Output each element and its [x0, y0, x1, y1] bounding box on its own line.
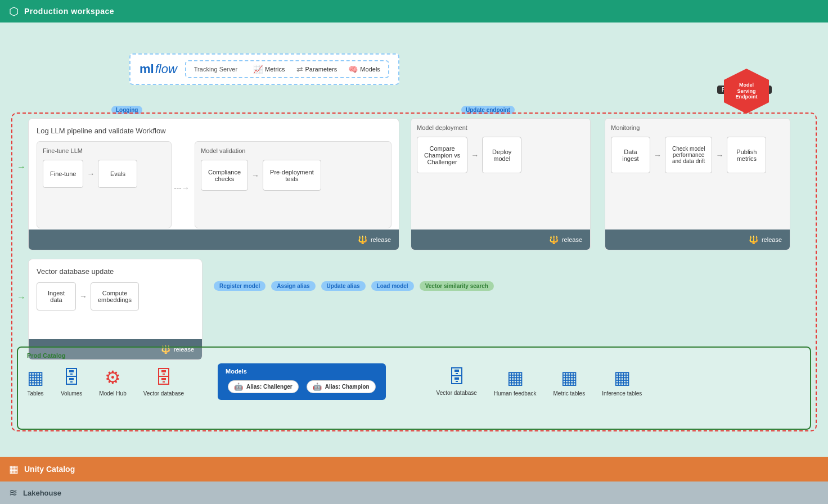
logo-icon: ⬡: [9, 4, 19, 18]
tracking-server-box: Tracking Server 📈 Metrics ⇄ Parameters 🧠…: [185, 60, 389, 78]
alias-challenger-box: 🤖 Alias: Challenger: [228, 380, 299, 393]
load-model-badge: Load model: [371, 281, 414, 291]
catalog-items-row: ▦ Tables 🗄 Volumes ⚙ Model Hub 🗄 Vector …: [27, 363, 801, 400]
catalog-vector-db-right: 🗄 Vector database: [436, 367, 477, 397]
release-bar-1: 🔱 release: [29, 230, 399, 250]
compliance-box: Compliancechecks: [201, 160, 248, 191]
vector-db-box: Vector database update Ingestdata → Comp…: [28, 259, 202, 360]
fine-tune-box: Fine-tune: [43, 160, 83, 188]
prod-catalog: Prod Catalog ▦ Tables 🗄 Volumes ⚙ Model …: [17, 346, 811, 430]
release-bar-3: 🔱 release: [605, 230, 790, 250]
vector-db-row: Ingestdata → Computeembeddings: [37, 282, 194, 310]
mlflow-box: ml flow Tracking Server 📈 Metrics ⇄ Para…: [129, 53, 399, 85]
evals-box: Evals: [98, 160, 137, 188]
metrics-icon: 📈: [253, 65, 263, 74]
update-alias-badge: Update alias: [321, 281, 366, 291]
release-icon-2: 🔱: [549, 235, 559, 244]
release-bar-2: 🔱 release: [411, 230, 590, 250]
model-val-title: Model validation: [201, 147, 385, 154]
arrow-3: →: [471, 151, 479, 160]
model-validation-section: Model validation Compliancechecks → Pre-…: [195, 141, 392, 228]
catalog-inference-tables: ▦ Inference tables: [602, 367, 642, 397]
challenger-icon: 🤖: [234, 382, 243, 391]
assign-alias-badge: Assign alias: [271, 281, 315, 291]
unity-title: Unity Catalog: [24, 465, 75, 474]
model-hub-icon: ⚙: [105, 367, 121, 388]
action-badges: Register model Assign alias Update alias…: [214, 281, 494, 291]
mlflow-logo-ml: ml: [140, 62, 154, 76]
release-icon-1: 🔱: [358, 235, 367, 244]
catalog-metric-tables: ▦ Metric tables: [554, 367, 586, 397]
arrow-4: →: [654, 151, 662, 160]
models-section: Models 🤖 Alias: Challenger 🤖 Alias: Cham…: [218, 363, 386, 400]
params-icon: ⇄: [296, 65, 303, 74]
tracking-label: Tracking Server: [194, 66, 237, 73]
monitoring-row: Dataingest → Check modelperformanceand d…: [611, 137, 784, 173]
model-deployment-box: Model deployment CompareChampion vsChall…: [411, 118, 591, 250]
vector-db-icon-left: 🗄: [155, 367, 173, 388]
deploy-box: Deploymodel: [482, 137, 521, 173]
catalog-volumes: 🗄 Volumes: [61, 367, 82, 397]
models-icon: 🧠: [348, 65, 358, 74]
compare-box: CompareChampion vsChallenger: [417, 137, 467, 173]
update-endpoint-badge: Update endpoint: [461, 106, 515, 114]
dashed-arrow: - - - →: [174, 183, 188, 192]
unity-catalog-bar: ▦ Unity Catalog: [0, 457, 828, 482]
catalog-vector-db-left: 🗄 Vector database: [143, 367, 184, 397]
fine-tune-row: Fine-tune → Evals: [43, 160, 165, 188]
model-val-row: Compliancechecks → Pre-deploymenttests: [201, 160, 385, 191]
hexagon-shape: Model Serving Endpoint: [724, 69, 769, 114]
arrow-6: →: [79, 292, 87, 301]
model-serving-endpoint: Model Serving Endpoint: [724, 69, 769, 114]
top-bar: ⬡ Production workspace: [0, 0, 828, 22]
tables-icon: ▦: [27, 367, 44, 388]
workflow-box: Log LLM pipeline and validate Workflow F…: [28, 118, 399, 250]
mlflow-logo-flow: flow: [155, 62, 177, 76]
data-ingest-box: Dataingest: [611, 137, 650, 173]
prod-catalog-title: Prod Catalog: [27, 352, 801, 359]
lakehouse-icon: ≋: [9, 487, 17, 499]
ingest-data-box: Ingestdata: [37, 282, 76, 310]
parameters-item: ⇄ Parameters: [296, 65, 338, 74]
arrow-1: →: [87, 169, 94, 178]
check-model-box: Check modelperformanceand data drift: [665, 137, 712, 173]
vector-similarity-badge: Vector similarity search: [420, 281, 494, 291]
metric-tables-icon: ▦: [561, 367, 578, 388]
metrics-item: 📈 Metrics: [253, 65, 285, 74]
alias-row: 🤖 Alias: Challenger 🤖 Alias: Champion: [226, 378, 378, 395]
fine-tune-title: Fine-tune LLM: [43, 147, 165, 154]
register-model-badge: Register model: [214, 281, 266, 291]
logging-badge: Logging: [111, 106, 142, 114]
lakehouse-title: Lakehouse: [23, 489, 61, 497]
catalog-tables: ▦ Tables: [27, 367, 44, 397]
left-arrow-1: →: [17, 162, 26, 172]
monitoring-box: Monitoring Dataingest → Check modelperfo…: [605, 118, 790, 250]
vector-db-right-icon: 🗄: [448, 367, 466, 388]
alias-champion-box: 🤖 Alias: Champion: [307, 380, 376, 393]
inference-tables-icon: ▦: [614, 367, 631, 388]
main-area: ml flow Tracking Server 📈 Metrics ⇄ Para…: [0, 22, 828, 457]
workspace-title: Production workspace: [24, 7, 114, 16]
catalog-human-feedback: ▦ Human feedback: [494, 367, 537, 397]
release-icon-3: 🔱: [749, 235, 758, 244]
publish-box: Publishmetrics: [727, 137, 766, 173]
arrow-5: →: [716, 151, 723, 160]
model-dep-row: CompareChampion vsChallenger → Deploymod…: [417, 137, 584, 173]
unity-icon: ▦: [9, 463, 19, 475]
bottom-bar: ≋ Lakehouse: [0, 482, 828, 504]
arrow-2: →: [251, 171, 259, 180]
fine-tune-section: Fine-tune LLM Fine-tune → Evals: [37, 141, 172, 228]
champion-icon: 🤖: [313, 382, 322, 391]
vector-db-title: Vector database update: [37, 267, 194, 276]
pre-deploy-box: Pre-deploymenttests: [263, 160, 321, 191]
catalog-right-items: 🗄 Vector database ▦ Human feedback ▦ Met…: [436, 367, 642, 397]
human-feedback-icon: ▦: [507, 367, 524, 388]
model-dep-title: Model deployment: [417, 124, 584, 131]
compute-box: Computeembeddings: [91, 282, 139, 310]
models-item: 🧠 Models: [348, 65, 380, 74]
workflow-title: Log LLM pipeline and validate Workflow: [37, 127, 391, 135]
catalog-model-hub: ⚙ Model Hub: [99, 367, 126, 397]
volumes-icon: 🗄: [62, 367, 80, 388]
left-arrow-2: →: [17, 292, 26, 303]
monitoring-title: Monitoring: [611, 124, 784, 131]
